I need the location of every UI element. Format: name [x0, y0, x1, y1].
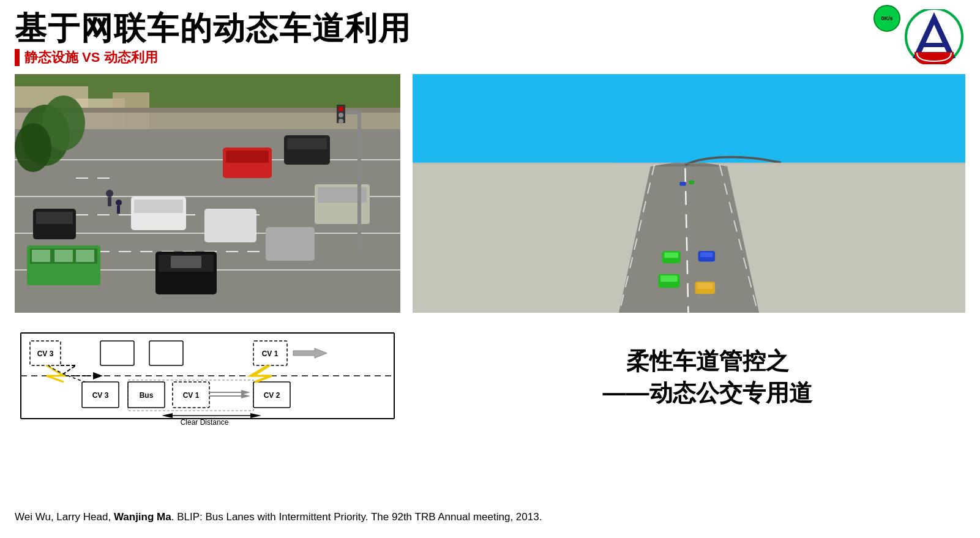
svg-rect-68	[766, 163, 965, 313]
svg-rect-79	[149, 341, 183, 365]
svg-rect-64	[700, 253, 713, 258]
svg-rect-23	[36, 212, 73, 224]
main-content	[0, 74, 980, 313]
svg-rect-62	[697, 283, 713, 289]
logo-area	[900, 6, 968, 67]
svg-rect-20	[54, 250, 73, 262]
svg-rect-40	[357, 111, 361, 252]
subtitle-bar: 静态设施 VS 动态利用	[15, 48, 965, 67]
header: 基于网联车的动态车道利用 静态设施 VS 动态利用 0K/s	[0, 0, 980, 72]
diagram-area: CV 3 CV 1 CV 3 Bus CV 1	[15, 324, 413, 430]
speed-badge: 0K/s	[873, 5, 900, 32]
red-bar-decoration	[15, 49, 20, 66]
simulation-scene-svg	[413, 74, 965, 313]
svg-rect-31	[266, 227, 315, 261]
clear-distance-label: Clear Distance	[181, 418, 229, 427]
svg-rect-65	[679, 182, 686, 185]
svg-rect-30	[204, 209, 256, 242]
traffic-photo	[15, 74, 400, 313]
svg-rect-34	[171, 256, 201, 268]
citation-text: Wei Wu, Larry Head, Wanjing Ma. BLIP: Bu…	[15, 511, 542, 523]
lane-diagram-svg: CV 3 CV 1 CV 3 Bus CV 1	[15, 324, 406, 428]
citation: Wei Wu, Larry Head, Wanjing Ma. BLIP: Bu…	[15, 510, 965, 525]
bus-label: Bus	[140, 391, 154, 400]
ua-logo-icon	[903, 9, 965, 64]
traffic-scene-svg	[15, 74, 400, 313]
svg-point-43	[339, 106, 343, 111]
svg-rect-49	[117, 206, 120, 214]
svg-rect-27	[226, 151, 269, 163]
right-text-area: 柔性车道管控之 ——动态公交专用道	[431, 324, 965, 430]
svg-rect-60	[664, 253, 678, 258]
svg-point-45	[339, 119, 343, 124]
svg-rect-67	[413, 163, 612, 313]
header-text: 基于网联车的动态车道利用 静态设施 VS 动态利用	[15, 11, 965, 67]
svg-marker-91	[162, 413, 173, 418]
cv3-bottom-label: CV 3	[92, 391, 109, 400]
svg-point-39	[15, 123, 51, 172]
main-title: 基于网联车的动态车道利用	[15, 11, 965, 46]
subtitle-text: 静态设施 VS 动态利用	[24, 48, 158, 67]
svg-rect-19	[32, 250, 50, 262]
images-section	[15, 74, 965, 313]
svg-rect-78	[100, 341, 134, 365]
svg-rect-21	[76, 250, 94, 262]
cv1-top-label: CV 1	[262, 349, 279, 358]
svg-rect-47	[108, 197, 111, 206]
svg-rect-25	[134, 200, 183, 213]
svg-rect-2	[922, 43, 946, 47]
svg-point-48	[116, 200, 122, 206]
cv1-bottom-label: CV 1	[183, 391, 200, 400]
svg-rect-58	[660, 275, 678, 282]
svg-marker-88	[241, 394, 250, 398]
svg-marker-92	[250, 413, 261, 418]
svg-point-44	[339, 113, 343, 118]
svg-marker-81	[293, 348, 327, 358]
bottom-section: CV 3 CV 1 CV 3 Bus CV 1	[0, 318, 980, 430]
svg-rect-66	[689, 181, 695, 184]
svg-rect-29	[287, 138, 327, 149]
cv2-label: CV 2	[264, 391, 280, 400]
simulation-photo	[413, 74, 965, 313]
right-text-line1: 柔性车道管控之	[626, 345, 789, 378]
svg-marker-1	[913, 12, 956, 58]
cv3-top-label: CV 3	[37, 349, 54, 358]
right-text-line2: ——动态公交专用道	[603, 378, 812, 409]
svg-point-46	[106, 190, 113, 197]
